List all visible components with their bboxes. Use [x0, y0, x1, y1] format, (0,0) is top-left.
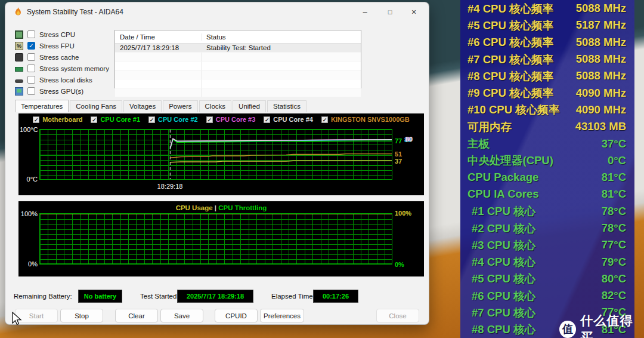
legend-item: ✓Motherboard [33, 116, 82, 123]
sensor-value: 81°C [602, 188, 626, 201]
sensor-row: #5 CPU 核心频率5187 MHz [460, 17, 634, 33]
stress-checkbox[interactable]: ✓ [27, 42, 35, 50]
tab-clocks[interactable]: Clocks [199, 100, 232, 112]
legend-label: CPU Core #2 [158, 116, 198, 123]
clear-button[interactable]: Clear [115, 309, 158, 322]
stress-label: Stress local disks [39, 76, 92, 84]
test-started-label: Test Started: [140, 293, 179, 300]
sensor-row: #5 CPU 核心80°C [460, 271, 634, 287]
sensor-label: CPU IA Cores [467, 188, 539, 201]
stress-checkbox[interactable]: ✓ [27, 53, 35, 61]
maximize-icon[interactable]: □ [381, 6, 399, 18]
button-row: StartStopClearSaveCPUIDPreferencesClose [5, 309, 429, 323]
stress-row[interactable]: ✓ Stress GPU(s) [15, 85, 109, 97]
preferences-button[interactable]: Preferences [260, 309, 304, 322]
tab-cooling-fans[interactable]: Cooling Fans [70, 100, 122, 112]
cell-status: Stability Test: Started [202, 44, 361, 52]
sensor-value: 5088 MHz [576, 2, 626, 15]
tab-statistics[interactable]: Statistics [267, 100, 306, 112]
temperature-current-values: 778080805137 [395, 129, 426, 180]
stress-checkbox[interactable]: ✓ [27, 87, 35, 95]
legend-checkbox-icon[interactable]: ✓ [148, 116, 155, 123]
sensor-row: #1 CPU 核心78°C [460, 203, 634, 220]
tab-bar: TemperaturesCooling FansVoltagesPowersCl… [15, 100, 308, 112]
sensor-row: #10 CPU 核心频率4090 MHz [460, 102, 634, 118]
column-datetime[interactable]: Date / Time [115, 33, 202, 41]
tab-temperatures[interactable]: Temperatures [15, 100, 69, 112]
chart-value-label: 51 [395, 150, 402, 158]
legend-checkbox-icon[interactable]: ✓ [264, 116, 270, 123]
disk-icon [15, 79, 23, 83]
sensor-value: 5187 MHz [576, 19, 626, 32]
sensor-value: 4090 MHz [576, 103, 626, 116]
temperature-lines [40, 130, 392, 179]
stress-row[interactable]: ✓ Stress system memory [15, 63, 109, 74]
battery-value: No battery [78, 290, 122, 303]
sensor-row: 主板37°C [460, 135, 634, 152]
stress-row[interactable]: % ✓ Stress FPU [15, 40, 109, 51]
sensor-row: CPU Package81°C [460, 169, 634, 186]
sensor-label: #10 CPU 核心频率 [467, 102, 559, 117]
tab-voltages[interactable]: Voltages [123, 100, 162, 112]
table-row [115, 70, 361, 79]
close-icon[interactable]: × [405, 6, 423, 18]
stress-checkbox[interactable]: ✓ [27, 76, 35, 84]
legend-item: ✓KINGSTON SNVS1000GB [321, 116, 410, 123]
stress-label: Stress CPU [39, 31, 75, 38]
table-row[interactable]: 2025/7/17 18:29:18 Stability Test: Start… [115, 44, 361, 53]
stress-label: Stress GPU(s) [39, 88, 83, 95]
chart-legend: ✓Motherboard✓CPU Core #1✓CPU Core #2✓CPU… [18, 116, 424, 123]
sensor-label: #3 CPU 核心 [472, 238, 535, 253]
sensor-label: #1 CPU 核心 [472, 204, 535, 219]
elapsed-label: Elapsed Time: [271, 293, 315, 300]
usage-lines [40, 214, 392, 264]
legend-checkbox-icon[interactable]: ✓ [206, 116, 213, 123]
minimize-icon[interactable]: – [356, 6, 374, 18]
sensor-label: 可用内存 [467, 119, 512, 134]
close-button[interactable]: Close [376, 309, 419, 322]
sensor-row: #7 CPU 核心频率5088 MHz [460, 51, 634, 67]
sensor-value: 43103 MB [575, 120, 626, 133]
legend-label: CPU Core #1 [100, 116, 140, 123]
mouse-cursor [12, 312, 22, 327]
tab-unified[interactable]: Unified [233, 100, 266, 112]
title-bar[interactable]: System Stability Test - AIDA64 – □ × [5, 2, 429, 21]
save-button[interactable]: Save [160, 309, 203, 322]
status-bar: Remaining Battery: No battery Test Start… [5, 290, 429, 304]
test-started-value: 2025/7/17 18:29:18 [177, 290, 253, 303]
sensor-row: #4 CPU 核心频率5088 MHz [460, 0, 634, 17]
sensor-row: 可用内存43103 MB [460, 118, 634, 135]
cpuid-button[interactable]: CPUID [215, 309, 258, 322]
stress-row[interactable]: ✓ Stress CPU [15, 29, 109, 40]
sensor-label: #6 CPU 核心频率 [467, 35, 553, 50]
table-row [115, 62, 361, 70]
stress-label: Stress cache [39, 54, 79, 61]
stress-label: Stress system memory [39, 65, 109, 72]
gpu-icon [15, 87, 23, 96]
aida64-window: System Stability Test - AIDA64 – □ × ✓ S… [5, 2, 429, 325]
legend-checkbox-icon[interactable]: ✓ [321, 116, 328, 123]
legend-item: ✓CPU Core #3 [206, 116, 256, 123]
sensor-row: #4 CPU 核心79°C [460, 253, 634, 270]
legend-checkbox-icon[interactable]: ✓ [33, 116, 39, 123]
sensor-row: #6 CPU 核心频率5088 MHz [460, 34, 634, 51]
elapsed-value: 00:17:26 [313, 290, 358, 303]
stress-row[interactable]: ✓ Stress local disks [15, 74, 109, 85]
stress-checkbox[interactable]: ✓ [27, 64, 35, 72]
x-axis-tick: 18:29:18 [157, 183, 183, 190]
sensor-label: #5 CPU 核心 [472, 271, 535, 286]
temperature-plot [39, 129, 392, 180]
stress-options-list: ✓ Stress CPU % ✓ Stress FPU ✓ Stress cac… [15, 29, 109, 97]
sensor-row: #6 CPU 核心82°C [460, 287, 634, 304]
sensor-label: #9 CPU 核心频率 [467, 85, 553, 100]
stress-checkbox[interactable]: ✓ [27, 30, 35, 38]
sensor-label: #2 CPU 核心 [472, 221, 535, 236]
legend-checkbox-icon[interactable]: ✓ [91, 116, 97, 123]
legend-item: ✓CPU Core #2 [148, 116, 198, 123]
stress-row[interactable]: ✓ Stress cache [15, 51, 109, 63]
sensor-row: 中央处理器(CPU)0°C [460, 152, 634, 169]
tab-powers[interactable]: Powers [163, 100, 197, 112]
y-axis-min: 0% [20, 260, 38, 268]
stop-button[interactable]: Stop [60, 309, 103, 322]
column-status[interactable]: Status [202, 33, 361, 41]
